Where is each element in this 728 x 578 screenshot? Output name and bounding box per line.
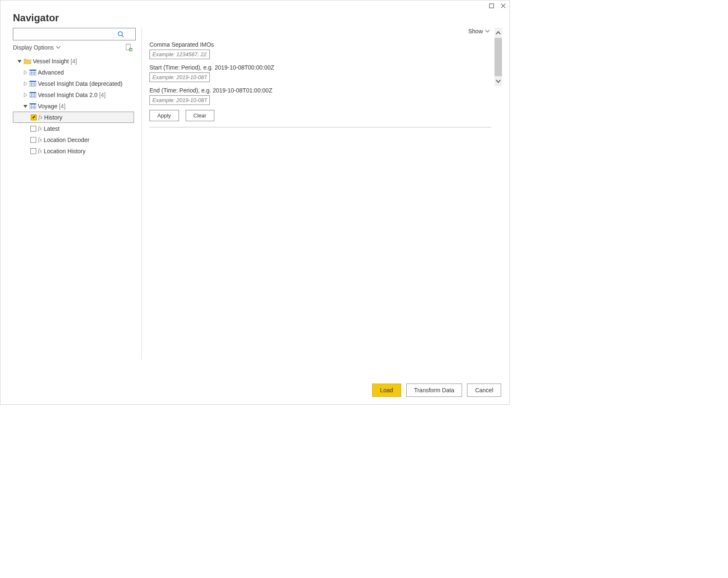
scroll-thumb[interactable]	[494, 38, 502, 76]
checkbox-checked[interactable]: ✔	[31, 115, 37, 120]
right-pane: Show Comma Separated IMOs Start (Time: P…	[142, 28, 502, 376]
tree-item-vessel-insight-data-2[interactable]: Vessel Insight Data 2.0 [4]	[13, 89, 134, 100]
tree-leaf-latest[interactable]: fx Latest	[13, 123, 134, 134]
function-icon: fx	[38, 148, 42, 154]
tree-item-advanced[interactable]: Advanced	[13, 67, 134, 78]
form-area: Show Comma Separated IMOs Start (Time: P…	[142, 28, 494, 376]
tree-item-label: Vessel Insight Data 2.0	[38, 92, 97, 98]
folder-icon	[24, 58, 31, 64]
search-wrap	[13, 28, 134, 40]
tree-item-count: [4]	[59, 103, 66, 110]
tree: Vessel Insight [4] Advanced	[13, 55, 134, 157]
svg-point-1	[118, 32, 122, 36]
scroll-up-icon[interactable]	[494, 29, 502, 37]
field-label-start: Start (Time: Period), e.g. 2019-10-08T00…	[149, 64, 491, 71]
svg-rect-2	[126, 44, 130, 50]
footer: Load Transform Data Cancel	[0, 376, 509, 404]
clear-button[interactable]: Clear	[186, 110, 214, 121]
refresh-icon[interactable]	[126, 44, 132, 51]
button-row: Apply Clear	[149, 110, 491, 121]
tree-item-count: [4]	[99, 92, 106, 98]
checkbox[interactable]	[30, 148, 36, 154]
divider	[149, 127, 491, 127]
field-label-imos: Comma Separated IMOs	[149, 41, 491, 48]
transform-data-button[interactable]: Transform Data	[406, 384, 462, 397]
tree-root-count: [4]	[70, 58, 77, 65]
collapse-icon[interactable]	[17, 59, 22, 64]
svg-rect-5	[30, 70, 36, 71]
svg-rect-7	[30, 81, 36, 82]
search-icon[interactable]	[117, 31, 124, 37]
svg-rect-9	[30, 92, 36, 93]
chevron-down-icon	[485, 30, 489, 33]
tree-item-label: Voyage	[38, 103, 57, 110]
apply-button[interactable]: Apply	[149, 110, 179, 121]
scrollbar[interactable]	[494, 28, 502, 86]
tree-item-voyage[interactable]: Voyage [4]	[13, 100, 134, 112]
imos-input[interactable]	[149, 50, 210, 59]
table-icon	[30, 103, 36, 109]
collapse-icon[interactable]	[23, 104, 28, 109]
display-options-dropdown[interactable]: Display Options	[13, 44, 60, 51]
body: Display Options Vessel	[0, 28, 509, 376]
maximize-icon[interactable]	[489, 3, 494, 9]
table-icon	[30, 92, 36, 98]
start-input[interactable]	[149, 72, 210, 82]
scroll-down-icon[interactable]	[494, 77, 502, 85]
close-icon[interactable]	[500, 3, 506, 9]
checkbox[interactable]	[30, 137, 36, 143]
window-titlebar	[0, 0, 509, 11]
tree-leaf-location-decoder[interactable]: fx Location Decoder	[13, 134, 134, 145]
table-icon	[30, 81, 36, 87]
table-icon	[30, 70, 36, 75]
page-title: Navigator	[13, 12, 497, 24]
tree-item-label: Advanced	[38, 69, 64, 76]
field-label-end: End (Time: Period), e.g. 2019-10-08T01:0…	[149, 87, 491, 94]
display-options-row: Display Options	[13, 44, 134, 51]
expand-icon[interactable]	[23, 70, 28, 75]
tree-leaf-history[interactable]: ✔ fx History	[13, 112, 134, 123]
tree-leaf-label: History	[44, 114, 62, 121]
display-options-label: Display Options	[13, 44, 54, 51]
tree-root-vessel-insight[interactable]: Vessel Insight [4]	[13, 55, 134, 67]
left-pane: Display Options Vessel	[13, 28, 142, 359]
end-input[interactable]	[149, 95, 210, 105]
tree-leaf-label: Location Decoder	[44, 137, 89, 143]
load-button[interactable]: Load	[372, 384, 401, 397]
expand-icon[interactable]	[23, 92, 28, 97]
function-icon: fx	[38, 137, 42, 143]
show-row: Show	[149, 28, 491, 35]
tree-leaf-label: Location History	[44, 148, 85, 154]
svg-rect-0	[489, 4, 494, 8]
function-icon: fx	[38, 114, 42, 121]
function-icon: fx	[38, 125, 42, 132]
navigator-window: Navigator Display Options	[0, 0, 510, 405]
tree-root-label: Vessel Insight	[33, 58, 69, 65]
chevron-down-icon	[56, 46, 60, 49]
cancel-button[interactable]: Cancel	[467, 384, 501, 397]
tree-item-label: Vessel Insight Data (deprecated)	[38, 80, 122, 87]
tree-item-vessel-insight-data-deprecated[interactable]: Vessel Insight Data (deprecated)	[13, 78, 134, 89]
show-label: Show	[468, 28, 483, 35]
svg-rect-11	[30, 103, 36, 105]
tree-leaf-location-history[interactable]: fx Location History	[13, 145, 134, 157]
expand-icon[interactable]	[23, 81, 28, 86]
checkbox[interactable]	[30, 126, 36, 132]
header: Navigator	[0, 11, 509, 28]
show-dropdown[interactable]: Show	[468, 28, 489, 35]
tree-leaf-label: Latest	[44, 125, 60, 132]
